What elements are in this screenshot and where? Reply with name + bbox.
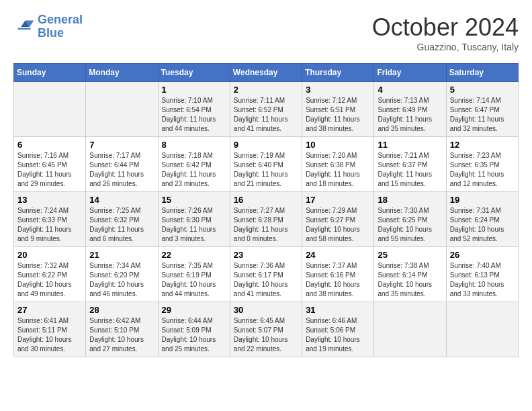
calendar-cell: 27Sunrise: 6:41 AMSunset: 5:11 PMDayligh… — [14, 302, 86, 357]
day-info: Sunrise: 7:35 AMSunset: 6:19 PMDaylight:… — [162, 261, 226, 299]
day-number: 30 — [234, 305, 298, 315]
calendar-cell: 3Sunrise: 7:12 AMSunset: 6:51 PMDaylight… — [302, 82, 374, 137]
day-info: Sunrise: 7:40 AMSunset: 6:13 PMDaylight:… — [450, 261, 515, 299]
svg-rect-2 — [17, 28, 30, 29]
day-of-week-header: Saturday — [446, 64, 518, 82]
day-of-week-header: Sunday — [14, 64, 86, 82]
day-number: 12 — [450, 140, 515, 150]
day-number: 19 — [450, 195, 515, 205]
calendar-cell: 28Sunrise: 6:42 AMSunset: 5:10 PMDayligh… — [86, 302, 158, 357]
day-of-week-header: Monday — [86, 64, 158, 82]
day-number: 24 — [306, 250, 370, 260]
calendar-week-row: 13Sunrise: 7:24 AMSunset: 6:33 PMDayligh… — [14, 192, 519, 247]
day-number: 14 — [89, 195, 154, 205]
day-info: Sunrise: 6:41 AMSunset: 5:11 PMDaylight:… — [17, 316, 82, 354]
day-info: Sunrise: 7:12 AMSunset: 6:51 PMDaylight:… — [306, 96, 370, 134]
day-info: Sunrise: 7:38 AMSunset: 6:14 PMDaylight:… — [378, 261, 442, 299]
calendar-cell: 17Sunrise: 7:29 AMSunset: 6:27 PMDayligh… — [302, 192, 374, 247]
day-info: Sunrise: 7:32 AMSunset: 6:22 PMDaylight:… — [17, 261, 82, 299]
day-info: Sunrise: 6:45 AMSunset: 5:07 PMDaylight:… — [234, 316, 298, 354]
day-info: Sunrise: 7:21 AMSunset: 6:37 PMDaylight:… — [378, 151, 442, 189]
day-info: Sunrise: 7:18 AMSunset: 6:42 PMDaylight:… — [162, 151, 226, 189]
day-number: 17 — [306, 195, 370, 205]
day-info: Sunrise: 7:29 AMSunset: 6:27 PMDaylight:… — [306, 206, 370, 244]
day-of-week-header: Tuesday — [158, 64, 230, 82]
day-number: 22 — [162, 250, 226, 260]
calendar-week-row: 27Sunrise: 6:41 AMSunset: 5:11 PMDayligh… — [14, 302, 519, 357]
calendar-cell: 13Sunrise: 7:24 AMSunset: 6:33 PMDayligh… — [14, 192, 86, 247]
calendar-cell: 21Sunrise: 7:34 AMSunset: 6:20 PMDayligh… — [86, 247, 158, 302]
calendar-cell — [14, 82, 86, 137]
day-number: 4 — [378, 85, 442, 95]
day-number: 5 — [450, 85, 515, 95]
day-info: Sunrise: 7:26 AMSunset: 6:30 PMDaylight:… — [162, 206, 226, 244]
day-number: 10 — [306, 140, 370, 150]
calendar-cell — [86, 82, 158, 137]
calendar-cell: 12Sunrise: 7:23 AMSunset: 6:35 PMDayligh… — [446, 137, 518, 192]
calendar-week-row: 1Sunrise: 7:10 AMSunset: 6:54 PMDaylight… — [14, 82, 519, 137]
day-number: 16 — [234, 195, 298, 205]
day-number: 31 — [306, 305, 370, 315]
calendar-cell: 15Sunrise: 7:26 AMSunset: 6:30 PMDayligh… — [158, 192, 230, 247]
day-info: Sunrise: 7:36 AMSunset: 6:17 PMDaylight:… — [234, 261, 298, 299]
calendar-cell: 25Sunrise: 7:38 AMSunset: 6:14 PMDayligh… — [374, 247, 446, 302]
calendar-cell: 26Sunrise: 7:40 AMSunset: 6:13 PMDayligh… — [446, 247, 518, 302]
title-block: October 2024 Guazzino, Tuscany, Italy — [372, 13, 519, 52]
day-number: 28 — [89, 305, 154, 315]
calendar-cell: 2Sunrise: 7:11 AMSunset: 6:52 PMDaylight… — [230, 82, 302, 137]
day-number: 9 — [234, 140, 298, 150]
calendar-cell: 7Sunrise: 7:17 AMSunset: 6:44 PMDaylight… — [86, 137, 158, 192]
calendar-cell: 6Sunrise: 7:16 AMSunset: 6:45 PMDaylight… — [14, 137, 86, 192]
calendar-cell — [446, 302, 518, 357]
calendar-table: SundayMondayTuesdayWednesdayThursdayFrid… — [13, 63, 519, 357]
calendar-cell: 29Sunrise: 6:44 AMSunset: 5:09 PMDayligh… — [158, 302, 230, 357]
calendar-cell: 31Sunrise: 6:46 AMSunset: 5:06 PMDayligh… — [302, 302, 374, 357]
calendar-cell: 30Sunrise: 6:45 AMSunset: 5:07 PMDayligh… — [230, 302, 302, 357]
calendar-week-row: 20Sunrise: 7:32 AMSunset: 6:22 PMDayligh… — [14, 247, 519, 302]
calendar-cell: 10Sunrise: 7:20 AMSunset: 6:38 PMDayligh… — [302, 137, 374, 192]
calendar-cell: 1Sunrise: 7:10 AMSunset: 6:54 PMDaylight… — [158, 82, 230, 137]
logo: General Blue — [13, 13, 83, 40]
day-info: Sunrise: 7:24 AMSunset: 6:33 PMDaylight:… — [17, 206, 82, 244]
logo-icon — [13, 16, 35, 38]
day-number: 15 — [162, 195, 226, 205]
calendar-cell: 16Sunrise: 7:27 AMSunset: 6:28 PMDayligh… — [230, 192, 302, 247]
day-info: Sunrise: 7:14 AMSunset: 6:47 PMDaylight:… — [450, 96, 515, 134]
day-number: 2 — [234, 85, 298, 95]
day-info: Sunrise: 7:11 AMSunset: 6:52 PMDaylight:… — [234, 96, 298, 134]
calendar-header-row: SundayMondayTuesdayWednesdayThursdayFrid… — [14, 64, 519, 82]
day-number: 26 — [450, 250, 515, 260]
calendar-week-row: 6Sunrise: 7:16 AMSunset: 6:45 PMDaylight… — [14, 137, 519, 192]
day-info: Sunrise: 7:19 AMSunset: 6:40 PMDaylight:… — [234, 151, 298, 189]
day-info: Sunrise: 6:42 AMSunset: 5:10 PMDaylight:… — [89, 316, 154, 354]
day-info: Sunrise: 7:25 AMSunset: 6:32 PMDaylight:… — [89, 206, 154, 244]
calendar-cell: 20Sunrise: 7:32 AMSunset: 6:22 PMDayligh… — [14, 247, 86, 302]
calendar-cell: 9Sunrise: 7:19 AMSunset: 6:40 PMDaylight… — [230, 137, 302, 192]
day-number: 21 — [89, 250, 154, 260]
month-title: October 2024 — [372, 13, 519, 42]
day-info: Sunrise: 7:20 AMSunset: 6:38 PMDaylight:… — [306, 151, 370, 189]
calendar-cell: 5Sunrise: 7:14 AMSunset: 6:47 PMDaylight… — [446, 82, 518, 137]
calendar-cell: 8Sunrise: 7:18 AMSunset: 6:42 PMDaylight… — [158, 137, 230, 192]
calendar-cell: 19Sunrise: 7:31 AMSunset: 6:24 PMDayligh… — [446, 192, 518, 247]
day-info: Sunrise: 7:37 AMSunset: 6:16 PMDaylight:… — [306, 261, 370, 299]
calendar-cell: 24Sunrise: 7:37 AMSunset: 6:16 PMDayligh… — [302, 247, 374, 302]
day-info: Sunrise: 6:46 AMSunset: 5:06 PMDaylight:… — [306, 316, 370, 354]
calendar-cell: 18Sunrise: 7:30 AMSunset: 6:25 PMDayligh… — [374, 192, 446, 247]
day-of-week-header: Wednesday — [230, 64, 302, 82]
day-number: 11 — [378, 140, 442, 150]
calendar-cell: 22Sunrise: 7:35 AMSunset: 6:19 PMDayligh… — [158, 247, 230, 302]
day-number: 25 — [378, 250, 442, 260]
day-number: 23 — [234, 250, 298, 260]
day-info: Sunrise: 7:17 AMSunset: 6:44 PMDaylight:… — [89, 151, 154, 189]
day-of-week-header: Thursday — [302, 64, 374, 82]
day-number: 20 — [17, 250, 82, 260]
calendar-cell: 23Sunrise: 7:36 AMSunset: 6:17 PMDayligh… — [230, 247, 302, 302]
calendar-cell: 4Sunrise: 7:13 AMSunset: 6:49 PMDaylight… — [374, 82, 446, 137]
day-number: 7 — [89, 140, 154, 150]
logo-text: General Blue — [38, 13, 83, 40]
day-number: 29 — [162, 305, 226, 315]
day-info: Sunrise: 7:10 AMSunset: 6:54 PMDaylight:… — [162, 96, 226, 134]
calendar-cell: 14Sunrise: 7:25 AMSunset: 6:32 PMDayligh… — [86, 192, 158, 247]
day-number: 6 — [17, 140, 82, 150]
